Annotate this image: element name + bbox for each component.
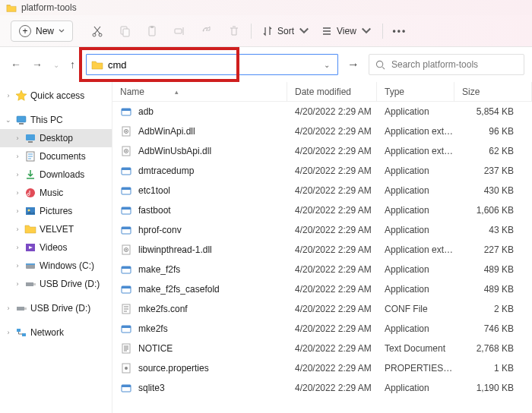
file-size: 5,854 KB bbox=[454, 106, 532, 117]
delete-icon[interactable] bbox=[228, 25, 240, 37]
svg-rect-40 bbox=[122, 227, 131, 229]
tree-icon bbox=[24, 278, 36, 290]
tree-icon bbox=[24, 150, 36, 162]
file-row[interactable]: AdbWinApi.dll4/20/2022 2:29 AMApplicatio… bbox=[112, 121, 532, 141]
file-type: Text Document bbox=[377, 343, 454, 354]
content-body: › Quick access ⌄ This PC ›Desktop›Docume… bbox=[0, 82, 532, 413]
folder-icon bbox=[6, 3, 17, 12]
file-row[interactable]: adb4/20/2022 2:29 AMApplication5,854 KB bbox=[112, 102, 532, 121]
column-header-date[interactable]: Date modified bbox=[287, 82, 377, 101]
file-type: Application exten... bbox=[377, 126, 454, 137]
recent-locations-button[interactable]: ⌄ bbox=[53, 61, 59, 69]
tree-icon bbox=[24, 260, 36, 272]
cut-icon[interactable] bbox=[91, 25, 103, 37]
go-button[interactable]: → bbox=[346, 58, 361, 71]
rename-icon[interactable] bbox=[173, 25, 185, 37]
new-button[interactable]: + New bbox=[11, 20, 73, 42]
folder-icon bbox=[91, 59, 103, 70]
tree-item[interactable]: ›VELVET bbox=[0, 220, 112, 238]
svg-point-43 bbox=[125, 249, 127, 251]
file-name: AdbWinApi.dll bbox=[138, 126, 195, 137]
search-box[interactable]: Search platform-tools bbox=[369, 54, 524, 75]
view-button[interactable]: View bbox=[321, 26, 372, 36]
star-icon bbox=[15, 90, 27, 102]
more-icon[interactable]: ••• bbox=[394, 25, 406, 37]
share-icon[interactable] bbox=[201, 25, 213, 37]
column-header-type[interactable]: Type bbox=[377, 82, 454, 101]
tree-item[interactable]: ›USB Drive (D:) bbox=[0, 275, 112, 293]
tree-this-pc[interactable]: ⌄ This PC bbox=[0, 111, 112, 129]
tree-icon bbox=[24, 132, 36, 144]
file-icon bbox=[120, 224, 132, 236]
tree-icon bbox=[24, 223, 36, 235]
column-header-size[interactable]: Size bbox=[454, 82, 532, 101]
file-name: NOTICE bbox=[138, 343, 173, 354]
address-history-button[interactable]: ⌄ bbox=[321, 61, 333, 69]
tree-item[interactable]: ›Desktop bbox=[0, 129, 112, 147]
file-row[interactable]: dmtracedump4/20/2022 2:29 AMApplication2… bbox=[112, 161, 532, 181]
file-date: 4/20/2022 2:29 AM bbox=[287, 166, 377, 176]
tree-item[interactable]: ›Videos bbox=[0, 238, 112, 257]
tree-icon bbox=[24, 169, 36, 181]
file-name: dmtracedump bbox=[138, 166, 194, 176]
tree-label: USB Drive (D:) bbox=[30, 303, 90, 314]
file-row[interactable]: etc1tool4/20/2022 2:29 AMApplication430 … bbox=[112, 181, 532, 200]
tree-network[interactable]: › Network bbox=[0, 323, 112, 342]
pc-icon bbox=[15, 114, 27, 126]
chevron-down-icon bbox=[361, 26, 372, 36]
up-button[interactable]: ↑ bbox=[70, 58, 75, 71]
file-icon bbox=[120, 204, 132, 216]
tree-usb-drive[interactable]: › USB Drive (D:) bbox=[0, 299, 112, 317]
tree-item[interactable]: ›Windows (C:) bbox=[0, 257, 112, 275]
address-bar[interactable]: ⌄ bbox=[86, 54, 338, 75]
svg-rect-26 bbox=[122, 109, 131, 111]
tree-label: USB Drive (D:) bbox=[40, 279, 100, 289]
file-row[interactable]: fastboot4/20/2022 2:29 AMApplication1,60… bbox=[112, 200, 532, 220]
svg-point-7 bbox=[376, 61, 382, 67]
chevron-right-icon: › bbox=[14, 225, 21, 233]
tree-label: Pictures bbox=[40, 206, 72, 216]
tree-item[interactable]: ›Pictures bbox=[0, 202, 112, 220]
file-row[interactable]: hprof-conv4/20/2022 2:29 AMApplication43… bbox=[112, 220, 532, 240]
file-date: 4/20/2022 2:29 AM bbox=[287, 284, 377, 295]
tree-label: Music bbox=[40, 188, 63, 198]
tree-label: Documents bbox=[40, 151, 86, 162]
chevron-right-icon: › bbox=[5, 92, 12, 99]
tree-item[interactable]: ›Music bbox=[0, 184, 112, 202]
file-name: sqlite3 bbox=[138, 383, 165, 393]
forward-button[interactable]: → bbox=[32, 58, 43, 71]
file-icon bbox=[120, 106, 132, 118]
file-size: 489 KB bbox=[454, 284, 532, 295]
copy-icon[interactable] bbox=[119, 25, 131, 37]
file-name: mke2fs bbox=[138, 323, 168, 334]
address-input[interactable] bbox=[108, 59, 321, 71]
tree-item[interactable]: ›Documents bbox=[0, 147, 112, 166]
file-icon bbox=[120, 303, 132, 315]
tree-label: Windows (C:) bbox=[40, 260, 94, 271]
file-row[interactable]: libwinpthread-1.dll4/20/2022 2:29 AMAppl… bbox=[112, 240, 532, 260]
file-row[interactable]: make_f2fs4/20/2022 2:29 AMApplication489… bbox=[112, 260, 532, 279]
back-button[interactable]: ← bbox=[11, 58, 21, 71]
paste-icon[interactable] bbox=[146, 25, 158, 37]
file-row[interactable]: sqlite34/20/2022 2:29 AMApplication1,190… bbox=[112, 378, 532, 398]
file-row[interactable]: mke2fs.conf4/20/2022 2:29 AMCONF File2 K… bbox=[112, 299, 532, 319]
file-row[interactable]: NOTICE4/20/2022 2:29 AMText Document2,76… bbox=[112, 339, 532, 358]
svg-rect-11 bbox=[28, 141, 33, 143]
column-header-name[interactable]: Name bbox=[112, 82, 287, 101]
tree-quick-access[interactable]: › Quick access bbox=[0, 87, 112, 105]
file-row[interactable]: AdbWinUsbApi.dll4/20/2022 2:29 AMApplica… bbox=[112, 141, 532, 161]
file-row[interactable]: make_f2fs_casefold4/20/2022 2:29 AMAppli… bbox=[112, 279, 532, 299]
file-size: 430 KB bbox=[454, 185, 532, 196]
tree-item[interactable]: ›Downloads bbox=[0, 166, 112, 184]
svg-point-29 bbox=[125, 131, 127, 132]
file-row[interactable]: source.properties4/20/2022 2:29 AMPROPER… bbox=[112, 358, 532, 378]
svg-rect-6 bbox=[175, 29, 182, 33]
file-size: 1 KB bbox=[454, 363, 532, 374]
svg-point-53 bbox=[125, 367, 128, 370]
sort-button[interactable]: Sort bbox=[262, 26, 309, 36]
sort-icon bbox=[262, 26, 273, 36]
toolbar-divider bbox=[251, 24, 252, 39]
svg-rect-21 bbox=[17, 307, 24, 311]
file-row[interactable]: mke2fs4/20/2022 2:29 AMApplication746 KB bbox=[112, 319, 532, 339]
file-icon bbox=[120, 184, 132, 197]
